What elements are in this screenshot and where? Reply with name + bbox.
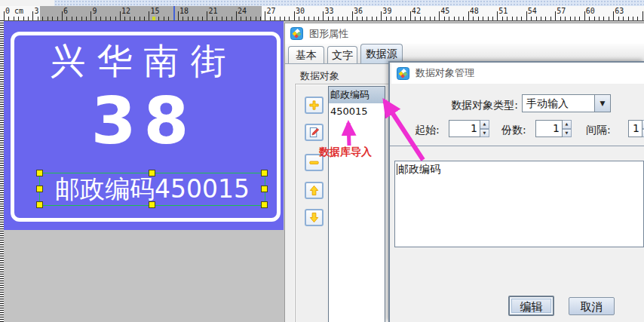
ruler-tick xyxy=(454,17,455,20)
ruler-tick xyxy=(468,11,469,20)
ruler-tick xyxy=(575,17,575,20)
spin-down-icon[interactable]: ▼ xyxy=(563,129,572,138)
ruler-tick xyxy=(182,17,183,20)
ruler-tick xyxy=(90,11,91,20)
data-object-list[interactable]: 邮政编码 450015 xyxy=(328,86,385,322)
chevron-down-icon: ▼ xyxy=(600,100,606,107)
ruler-tick xyxy=(164,17,164,20)
ruler-number: 21 xyxy=(208,7,217,15)
handle-sw[interactable] xyxy=(36,201,43,208)
handle-nw[interactable] xyxy=(36,170,43,176)
selection-box[interactable]: 邮政编码450015 xyxy=(39,173,265,206)
copies-label: 份数: xyxy=(501,124,526,137)
start-spinner[interactable]: 1 ▲▼ xyxy=(449,120,489,137)
ruler-tick xyxy=(386,17,387,20)
ruler-tick xyxy=(425,17,425,20)
ruler-tick xyxy=(642,11,643,20)
ruler-tick xyxy=(512,17,513,20)
street-number-text[interactable]: 38 xyxy=(4,83,284,158)
ruler-tick xyxy=(216,17,217,20)
ruler-tick xyxy=(338,17,339,20)
ruler-tick xyxy=(570,17,571,20)
move-up-button[interactable] xyxy=(305,182,324,199)
ruler-tick xyxy=(96,17,97,20)
ruler-tick xyxy=(603,17,604,20)
handle-ne[interactable] xyxy=(261,170,268,176)
cancel-button[interactable]: 取消 xyxy=(569,297,615,315)
tab-text[interactable]: 文字 xyxy=(327,46,357,63)
ruler-tick xyxy=(623,17,624,20)
ruler-tick xyxy=(618,17,619,20)
copies-spinner[interactable]: 1 ▲▼ xyxy=(535,120,572,137)
ruler-tick xyxy=(134,17,135,20)
ruler-tick xyxy=(14,17,14,20)
ruler-tick xyxy=(502,17,503,20)
tab-basic[interactable]: 基本 xyxy=(288,46,324,63)
ruler-number: 42 xyxy=(412,7,421,15)
ruler-tick xyxy=(4,11,5,20)
ruler-tick xyxy=(28,17,29,20)
ruler-tick xyxy=(458,17,459,20)
ruler-tick xyxy=(188,17,189,20)
handle-n[interactable] xyxy=(149,170,155,176)
ruler-tick xyxy=(100,17,101,20)
ruler-tick xyxy=(526,11,527,20)
move-down-button[interactable] xyxy=(305,209,324,226)
ruler-tick xyxy=(328,17,329,20)
type-combobox[interactable]: 手动输入 ▼ xyxy=(522,94,611,112)
combobox-dropdown-button[interactable]: ▼ xyxy=(594,95,610,112)
ruler-number: 24 xyxy=(238,7,247,15)
handle-s[interactable] xyxy=(149,201,155,208)
start-value[interactable]: 1 xyxy=(449,120,480,137)
ruler-tick xyxy=(38,17,38,20)
ruler-number: 33 xyxy=(324,7,333,15)
ruler-cursor-line xyxy=(173,6,175,20)
ruler-tick xyxy=(318,17,319,20)
ruler-tick xyxy=(396,17,397,20)
ruler-number: 57 xyxy=(557,7,566,15)
ruler-tick xyxy=(633,17,633,20)
ruler-number: 54 xyxy=(528,7,537,15)
ruler-tick xyxy=(478,17,479,20)
ruler-tick xyxy=(76,17,77,20)
ruler-tick xyxy=(18,17,19,20)
ruler-tick xyxy=(140,17,140,20)
handle-w[interactable] xyxy=(36,186,43,192)
spin-down-icon[interactable]: ▼ xyxy=(480,129,489,138)
text-caret xyxy=(397,164,397,175)
handle-e[interactable] xyxy=(261,186,268,192)
window-background-strip xyxy=(0,0,644,6)
list-item[interactable]: 450015 xyxy=(329,103,385,120)
list-item[interactable]: 邮政编码 xyxy=(329,87,385,103)
ruler-tick xyxy=(420,17,421,20)
interval-spinner[interactable]: 1 ▲▼ xyxy=(628,120,644,137)
ruler-tick xyxy=(347,17,348,20)
ruler-tick xyxy=(405,17,406,20)
edit-data-button[interactable] xyxy=(305,124,324,141)
ruler-tick xyxy=(168,17,169,20)
spin-up-icon[interactable]: ▲ xyxy=(480,120,489,129)
arrow-down-icon xyxy=(308,212,320,223)
ruler-tick xyxy=(212,17,213,20)
ruler-tick xyxy=(400,17,401,20)
street-name-text[interactable]: 兴华南街 xyxy=(4,38,284,85)
add-data-button[interactable] xyxy=(305,97,324,114)
ruler-tick xyxy=(144,17,145,20)
ruler-tick xyxy=(72,17,72,20)
handle-se[interactable] xyxy=(261,201,268,208)
ruler-number: 60 xyxy=(586,7,595,15)
ruler-tick xyxy=(241,17,241,20)
spin-up-icon[interactable]: ▲ xyxy=(563,120,572,129)
plus-icon xyxy=(308,100,320,111)
ruler-tick xyxy=(120,11,121,20)
ruler-tick xyxy=(579,17,580,20)
ruler-number: 15 xyxy=(150,7,159,15)
ruler-number: 63 xyxy=(615,7,624,15)
ruler-tick xyxy=(158,17,159,20)
interval-value[interactable]: 1 xyxy=(628,120,642,137)
copies-value[interactable]: 1 xyxy=(535,120,563,137)
postcode-text[interactable]: 邮政编码450015 xyxy=(40,173,265,205)
ruler-tick xyxy=(366,17,367,20)
data-content-textarea[interactable]: 邮政编码 xyxy=(394,161,644,247)
edit-button[interactable]: 编辑 xyxy=(508,296,554,316)
